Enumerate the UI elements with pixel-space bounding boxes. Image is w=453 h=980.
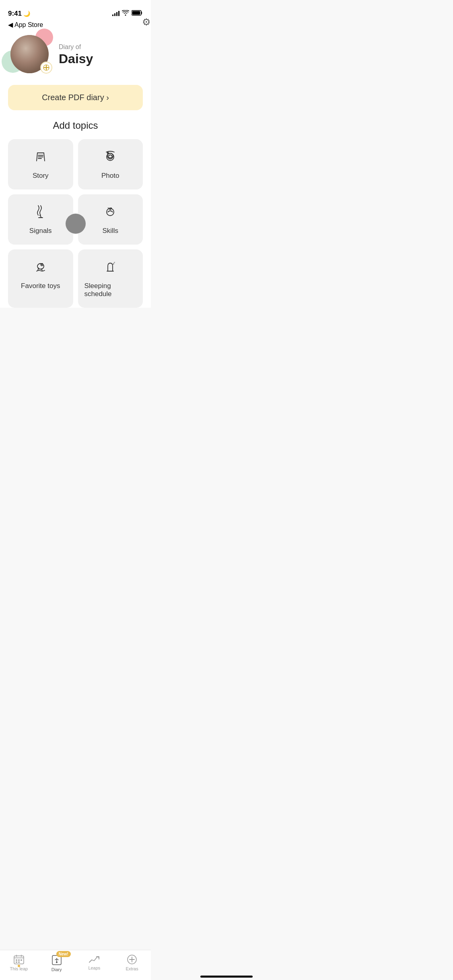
status-icons [112,10,143,17]
add-topics-section: Add topics Story [0,120,151,308]
add-topics-title: Add topics [8,120,143,131]
signals-icon [33,204,49,222]
gear-icon: ⚙ [142,16,151,27]
story-label: Story [33,172,49,180]
svg-point-13 [111,155,112,156]
topic-card-story[interactable]: Story [8,139,73,189]
battery-icon [132,10,143,17]
pdf-banner-button[interactable]: Create PDF diary › [8,85,143,110]
svg-rect-1 [132,11,140,15]
photo-label: Photo [101,172,119,180]
edit-avatar-button[interactable] [40,62,52,74]
topic-card-favorite-toys[interactable]: Favorite toys [8,249,73,308]
pdf-banner-text: Create PDF diary › [42,93,109,102]
header-area: Diary of Daisy ⚙ [0,33,151,85]
skills-icon [102,204,118,222]
diary-info: Diary of Daisy [59,43,93,66]
floating-overlay [66,214,86,234]
svg-line-14 [40,215,41,218]
topic-card-skills[interactable]: Skills [78,194,143,245]
profile-section: Diary of Daisy [8,33,93,77]
wifi-icon [122,10,129,17]
diary-name: Daisy [59,51,93,66]
moon-icon: 🌙 [23,10,30,17]
back-arrow-icon: ◀ [8,21,13,29]
favorite-toys-label: Favorite toys [21,282,60,290]
svg-text:z: z [114,261,115,264]
settings-button[interactable]: ⚙ [142,16,151,28]
topic-card-photo[interactable]: Photo [78,139,143,189]
topics-grid: Story Photo [8,139,143,308]
svg-point-12 [109,155,110,156]
avatar-container [8,33,52,77]
status-bar: 9:41 🌙 [0,4,151,21]
favorite-toys-icon [33,259,49,277]
diary-of-label: Diary of [59,43,93,51]
skills-label: Skills [102,227,118,235]
status-time: 9:41 [8,10,22,18]
topic-card-sleeping-schedule[interactable]: z z Sleeping schedule [78,249,143,308]
sleeping-schedule-icon: z z [102,259,118,277]
back-label: App Store [14,21,43,29]
sleeping-schedule-label: Sleeping schedule [84,282,137,298]
topic-card-signals[interactable]: Signals [8,194,73,245]
photo-icon [102,149,118,167]
signal-bars-icon [112,11,119,16]
back-nav[interactable]: ◀ App Store [0,21,151,33]
signals-label: Signals [29,227,52,235]
story-icon [33,149,49,167]
